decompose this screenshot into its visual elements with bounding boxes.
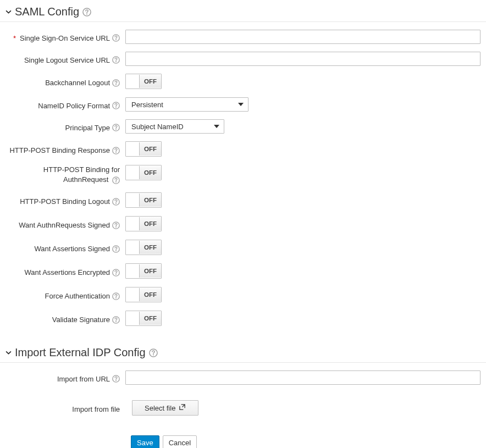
row-principal-type: Principal Type Subject NameID (5, 119, 481, 134)
help-icon[interactable] (112, 56, 120, 64)
row-slo-url: Single Logout Service URL (5, 52, 481, 66)
http-post-binding-authn-toggle[interactable]: OFF (125, 165, 162, 180)
label: Import from file (72, 405, 120, 413)
row-http-post-binding-authn: HTTP-POST Binding for AuthnRequest OFF (5, 165, 481, 185)
label: Single Sign-On Service URL (20, 34, 110, 42)
row-import-from-url: Import from URL (5, 370, 481, 385)
help-icon[interactable] (112, 375, 120, 383)
label: HTTP-POST Binding Logout (20, 197, 110, 206)
row-import-from-file: Import from file Select file (5, 400, 481, 416)
help-icon[interactable] (82, 8, 91, 16)
slo-url-input[interactable] (125, 52, 481, 66)
select-value: Subject NameID (131, 123, 184, 131)
help-icon[interactable] (112, 176, 120, 184)
want-assertions-encrypted-toggle[interactable]: OFF (125, 263, 162, 279)
section-header-import[interactable]: Import External IDP Config (0, 346, 486, 363)
toggle-knob (126, 288, 140, 301)
toggle-state: OFF (140, 312, 161, 325)
help-icon[interactable] (112, 198, 120, 206)
sso-url-input[interactable] (125, 30, 481, 44)
select-file-label: Select file (145, 404, 175, 412)
row-force-authentication: Force Authentication OFF (5, 287, 481, 303)
required-marker: * (13, 34, 16, 42)
section-title: SAML Config (15, 5, 79, 18)
toggle-knob (126, 312, 140, 325)
label: Want Assertions Encrypted (24, 268, 110, 276)
caret-down-icon (214, 125, 219, 128)
toggle-state: OFF (140, 193, 161, 207)
toggle-state: OFF (140, 288, 161, 301)
toggle-state: OFF (140, 166, 161, 179)
want-assertions-signed-toggle[interactable]: OFF (125, 240, 162, 255)
help-icon[interactable] (112, 102, 120, 109)
row-want-assertions-encrypted: Want Assertions Encrypted OFF (5, 263, 481, 279)
label-line2: AuthnRequest (63, 175, 108, 184)
label: Principal Type (65, 124, 110, 132)
toggle-knob (126, 166, 140, 179)
toggle-state: OFF (140, 241, 161, 254)
http-post-binding-response-toggle[interactable]: OFF (125, 141, 162, 157)
caret-down-icon (238, 103, 244, 106)
toggle-state: OFF (140, 142, 161, 156)
force-authentication-toggle[interactable]: OFF (125, 287, 162, 302)
import-idp-form: Import from URL Import from file Select … (0, 370, 486, 435)
backchannel-logout-toggle[interactable]: OFF (125, 74, 162, 89)
toggle-state: OFF (140, 217, 161, 230)
validate-signature-toggle[interactable]: OFF (125, 311, 162, 326)
label-line1: HTTP-POST Binding for (43, 165, 120, 174)
toggle-knob (126, 241, 140, 254)
help-icon[interactable] (112, 222, 120, 229)
row-backchannel-logout: Backchannel Logout OFF (5, 74, 481, 90)
row-http-post-binding-logout: HTTP-POST Binding Logout OFF (5, 192, 481, 208)
http-post-binding-logout-toggle[interactable]: OFF (125, 192, 162, 208)
row-sso-url: * Single Sign-On Service URL (5, 30, 481, 44)
help-icon[interactable] (112, 147, 120, 154)
toggle-knob (126, 264, 140, 278)
help-icon[interactable] (112, 124, 120, 131)
toggle-state: OFF (140, 264, 161, 278)
help-icon[interactable] (112, 269, 120, 276)
open-file-icon (179, 403, 186, 412)
label: HTTP-POST Binding Response (9, 146, 110, 154)
label: Single Logout Service URL (24, 56, 110, 64)
saml-config-form: * Single Sign-On Service URL Single Logo… (0, 30, 486, 341)
row-want-assertions-signed: Want Assertions Signed OFF (5, 240, 481, 256)
row-want-authnreq-signed: Want AuthnRequests Signed OFF (5, 216, 481, 232)
form-actions: Save Cancel (125, 435, 486, 448)
toggle-knob (126, 75, 140, 88)
principal-type-select[interactable]: Subject NameID (125, 119, 224, 134)
toggle-knob (126, 142, 140, 156)
select-file-button[interactable]: Select file (132, 400, 198, 416)
row-http-post-binding-response: HTTP-POST Binding Response OFF (5, 141, 481, 157)
chevron-down-icon (5, 9, 12, 15)
help-icon[interactable] (112, 34, 120, 42)
label: Backchannel Logout (45, 79, 110, 87)
label: Force Authentication (45, 292, 110, 300)
toggle-knob (126, 217, 140, 230)
chevron-down-icon (5, 350, 12, 356)
section-title: Import External IDP Config (15, 346, 146, 359)
help-icon[interactable] (149, 349, 158, 357)
label: Import from URL (57, 375, 110, 383)
help-icon[interactable] (112, 79, 120, 87)
row-validate-signature: Validate Signature OFF (5, 311, 481, 327)
help-icon[interactable] (112, 245, 120, 253)
save-button[interactable]: Save (131, 435, 159, 448)
import-from-url-input[interactable] (125, 370, 481, 385)
row-nameid-policy-format: NameID Policy Format Persistent (5, 97, 481, 112)
help-icon[interactable] (112, 316, 120, 324)
select-value: Persistent (131, 101, 163, 109)
label: Want AuthnRequests Signed (19, 221, 110, 229)
toggle-knob (126, 193, 140, 207)
nameid-policy-format-select[interactable]: Persistent (125, 97, 248, 112)
cancel-button[interactable]: Cancel (163, 435, 197, 448)
label: Validate Signature (52, 316, 110, 324)
help-icon[interactable] (112, 292, 120, 300)
toggle-state: OFF (140, 75, 161, 88)
section-header-saml[interactable]: SAML Config (0, 5, 486, 22)
label: Want Assertions Signed (34, 245, 110, 253)
want-authnreq-signed-toggle[interactable]: OFF (125, 216, 162, 231)
label: NameID Policy Format (38, 102, 110, 110)
